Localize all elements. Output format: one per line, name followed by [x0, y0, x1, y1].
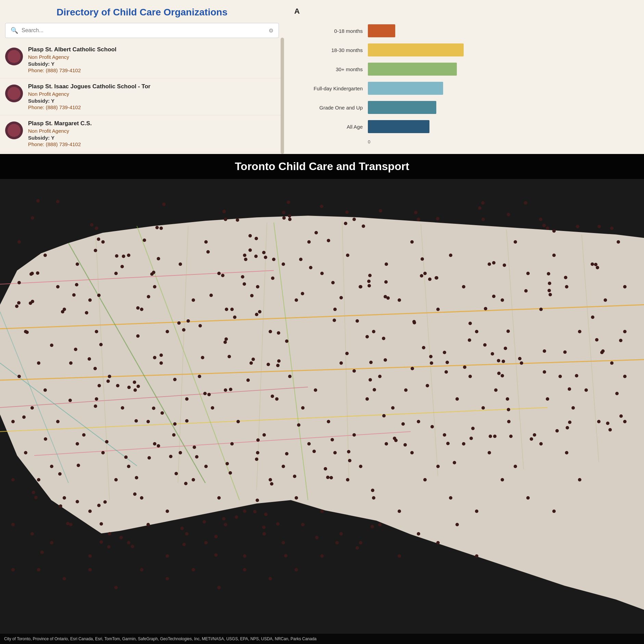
- map-location-dot: [229, 471, 232, 475]
- map-location-dot: [169, 455, 172, 458]
- map-location-dot: [367, 280, 371, 283]
- map-location-dot: [137, 385, 140, 388]
- map-location-dot: [446, 442, 450, 445]
- map-location-dot: [539, 442, 543, 446]
- map-location-dot: [253, 510, 257, 513]
- map-location-dot: [565, 451, 568, 454]
- map-location-dot: [88, 510, 92, 513]
- map-location-dot: [524, 201, 527, 205]
- scrollbar[interactable]: [281, 38, 284, 154]
- map-location-dot: [88, 568, 92, 571]
- map-location-dot: [43, 388, 47, 392]
- map-location-dot: [578, 478, 581, 481]
- map-location-dot: [359, 465, 362, 468]
- map-location-dot: [301, 523, 305, 526]
- org-list-item[interactable]: Plasp St. Albert Catholic School Non Pro…: [0, 41, 284, 78]
- map-location-dot: [398, 298, 401, 302]
- map-location-dot: [595, 338, 598, 342]
- map-location-dot: [173, 378, 177, 381]
- map-location-dot: [504, 347, 507, 350]
- map-location-dot: [301, 292, 304, 295]
- map-location-dot: [272, 258, 275, 261]
- map-location-dot: [335, 541, 339, 544]
- map-location-dot: [564, 276, 567, 279]
- map-location-dot: [262, 251, 266, 254]
- map-location-dot: [426, 384, 429, 387]
- map-location-dot: [385, 262, 388, 266]
- map-location-dot: [420, 274, 423, 278]
- map-location-dot: [284, 554, 287, 557]
- map-location-dot: [68, 399, 72, 402]
- map-location-dot: [224, 523, 227, 526]
- map-location-dot: [410, 451, 414, 454]
- map-location-dot: [462, 442, 465, 446]
- map-location-dot: [243, 282, 246, 286]
- map-location-dot: [182, 543, 186, 546]
- map-location-dot: [249, 361, 253, 365]
- map-location-dot: [548, 282, 551, 285]
- map-location-dot: [546, 397, 549, 401]
- map-location-dot: [94, 404, 97, 408]
- map-location-dot: [295, 298, 298, 302]
- map-location-dot: [481, 406, 485, 410]
- map-location-dot: [449, 254, 452, 257]
- chart-bar: [368, 82, 443, 95]
- map-location-dot: [359, 285, 362, 288]
- org-subsidy: Subsidy: Y: [28, 61, 279, 67]
- org-phone: Phone: (888) 739-4102: [28, 104, 279, 110]
- map-location-dot: [255, 237, 258, 240]
- map-location-dot: [203, 520, 206, 524]
- filter-icon[interactable]: ⚙: [269, 27, 273, 34]
- org-list-item[interactable]: Plasp St. Margaret C.S. Non Profit Agenc…: [0, 115, 284, 152]
- org-subsidy: Subsidy: Y: [28, 98, 279, 104]
- org-list-item[interactable]: Plasp St. Isaac Jogues Catholic School -…: [0, 78, 284, 115]
- map-location-dot: [182, 328, 185, 332]
- map-location-dot: [401, 422, 405, 426]
- map-location-dot: [153, 442, 156, 446]
- map-location-dot: [37, 568, 40, 571]
- map-location-dot: [277, 331, 280, 335]
- map-location-dot: [330, 476, 333, 479]
- map-location-dot: [307, 240, 311, 244]
- map-location-dot: [140, 568, 143, 571]
- axis-zero-label: 0: [368, 139, 370, 144]
- map-location-dot: [326, 476, 330, 479]
- map-location-dot: [152, 407, 155, 410]
- map-location-dot: [105, 440, 108, 443]
- map-location-dot: [453, 461, 456, 464]
- chart-bar-label: Full-day Kindergarten: [294, 86, 363, 91]
- map-location-dot: [85, 311, 88, 314]
- map-location-dot: [301, 406, 305, 410]
- map-location-dot: [192, 568, 195, 571]
- map-location-dot: [277, 359, 281, 363]
- map-location-dot: [468, 375, 472, 378]
- map-location-dot: [320, 205, 323, 208]
- map-location-dot: [76, 500, 79, 503]
- map-location-dot: [106, 379, 110, 383]
- map-location-dot: [222, 517, 226, 520]
- map-location-dot: [90, 223, 93, 227]
- map-location-dot: [373, 388, 376, 391]
- map-location-dot: [331, 438, 334, 441]
- map-location-dot: [147, 295, 150, 298]
- map-location-dot: [293, 475, 296, 478]
- map-location-dot: [348, 459, 351, 462]
- map-location-dot: [108, 375, 111, 378]
- map-location-dot: [378, 375, 382, 378]
- map-location-dot: [443, 351, 446, 354]
- map-location-dot: [184, 482, 188, 485]
- map-location-dot: [133, 492, 137, 496]
- map-location-dot: [568, 421, 571, 424]
- map-location-dot: [597, 225, 601, 228]
- map-location-dot: [275, 397, 279, 401]
- map-location-dot: [175, 472, 178, 475]
- map-location-dot: [417, 420, 420, 423]
- map-location-dot: [29, 272, 33, 276]
- map-location-dot: [133, 388, 137, 392]
- map-location-dot: [386, 296, 390, 300]
- map-location-dot: [378, 523, 382, 526]
- map-location-dot: [98, 384, 101, 387]
- search-input[interactable]: [22, 27, 265, 34]
- map-location-dot: [236, 420, 240, 423]
- chart-bar: [368, 101, 436, 114]
